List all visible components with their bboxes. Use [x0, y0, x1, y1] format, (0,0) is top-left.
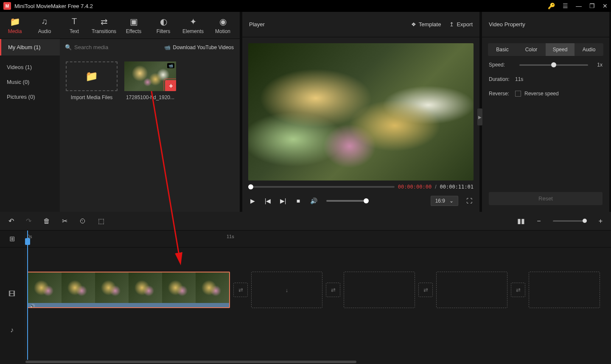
volume-slider[interactable] — [326, 200, 369, 202]
tab-effects[interactable]: ▣Effects — [119, 12, 149, 39]
library-panel: 📁Media ♫Audio TText ⇄Transitions ▣Effect… — [0, 12, 240, 212]
timeline-ruler[interactable]: 0s 11s — [24, 231, 611, 247]
folder-icon: 📁 — [85, 70, 98, 82]
search-icon: 🔍 — [65, 44, 72, 50]
template-button[interactable]: ❖Template — [411, 21, 441, 28]
prev-frame-button[interactable]: |◀ — [263, 197, 272, 204]
filters-icon: ◐ — [160, 17, 167, 27]
export-button[interactable]: ↥Export — [449, 21, 473, 28]
volume-icon[interactable]: 🔊 — [309, 197, 318, 204]
video-track-icon: 🎞 — [0, 269, 24, 320]
library-sidebar: Videos (1) Music (0) Pictures (0) — [0, 56, 60, 212]
player-title: Player — [249, 21, 411, 28]
reverse-checkbox[interactable] — [515, 91, 521, 97]
duration-value: 11s — [515, 76, 523, 82]
property-panel: Video Property Basic Color Speed Audio S… — [482, 12, 609, 212]
tab-transitions[interactable]: ⇄Transitions — [89, 12, 119, 39]
sidebar-item-videos[interactable]: Videos (1) — [0, 60, 60, 75]
timeline-tracks[interactable]: 0s 11s 🔊 ⇄ ↓ ⇄ ⇄ ⇄ — [24, 231, 611, 360]
effects-icon: ▣ — [130, 17, 138, 27]
tab-text[interactable]: TText — [59, 12, 89, 39]
elements-icon: ✦ — [190, 17, 197, 27]
panel-collapse-handle[interactable]: ▶ — [477, 108, 482, 125]
prop-tab-speed[interactable]: Speed — [546, 43, 575, 56]
video-badge-icon: 📹 — [167, 63, 174, 68]
reverse-check-label: Reverse speed — [524, 91, 559, 97]
download-youtube-button[interactable]: 📹 Download YouTube Videos — [158, 44, 240, 50]
prop-tab-audio[interactable]: Audio — [575, 43, 603, 56]
reset-button[interactable]: Reset — [489, 192, 603, 205]
text-icon: T — [72, 17, 77, 27]
undo-button[interactable]: ↶ — [8, 217, 14, 225]
empty-clip-slot[interactable] — [436, 272, 507, 308]
empty-clip-slot[interactable] — [344, 272, 415, 308]
tab-audio[interactable]: ♫Audio — [30, 12, 59, 39]
empty-clip-slot[interactable] — [529, 272, 600, 308]
timeline-scrollbar[interactable] — [0, 360, 611, 364]
motion-icon: ◉ — [219, 17, 227, 27]
tab-motion[interactable]: ◉Motion — [208, 12, 238, 39]
video-icon: 📹 — [164, 44, 171, 50]
sidebar-item-music[interactable]: Music (0) — [0, 75, 60, 89]
top-tabs: 📁Media ♫Audio TText ⇄Transitions ▣Effect… — [0, 12, 240, 39]
player-panel: Player ❖Template ↥Export 00:00:00:00 / 0… — [242, 12, 479, 212]
zoom-in-button[interactable]: + — [599, 217, 603, 225]
add-track-button[interactable]: ⊞ — [0, 231, 24, 247]
redo-button[interactable]: ↷ — [26, 217, 31, 225]
transition-slot[interactable]: ⇄ — [233, 283, 248, 297]
duration-label: Duration: — [489, 76, 515, 82]
tab-media[interactable]: 📁Media — [0, 12, 30, 39]
audio-track-icon: ♪ — [0, 320, 24, 341]
next-frame-button[interactable]: ▶| — [279, 197, 287, 204]
stop-button[interactable]: ■ — [294, 197, 303, 204]
delete-button[interactable]: 🗑 — [43, 217, 50, 225]
empty-clip-slot[interactable]: ↓ — [251, 272, 322, 308]
search-input[interactable] — [74, 44, 125, 50]
maximize-icon[interactable]: ❐ — [589, 3, 595, 9]
aspect-ratio-select[interactable]: 16:9⌄ — [431, 196, 458, 206]
prop-tab-color[interactable]: Color — [517, 43, 546, 56]
key-icon[interactable]: 🔑 — [548, 3, 555, 9]
media-thumbnail: 📹 + — [124, 61, 176, 91]
close-icon[interactable]: ✕ — [603, 3, 608, 9]
video-track[interactable]: 🔊 ⇄ ↓ ⇄ ⇄ ⇄ — [24, 269, 611, 311]
play-button[interactable]: ▶ — [248, 197, 257, 204]
zoom-slider[interactable] — [553, 220, 587, 222]
playhead[interactable] — [27, 231, 28, 360]
speed-slider[interactable] — [519, 64, 588, 66]
fullscreen-button[interactable]: ⛶ — [465, 197, 474, 204]
menu-icon[interactable]: ☰ — [563, 3, 568, 9]
import-media-button[interactable]: 📁 — [66, 61, 118, 91]
media-item[interactable]: 📹 + 17285100-hd_1920... — [124, 61, 176, 100]
titlebar: M MiniTool MovieMaker Free 7.4.2 🔑 ☰ — ❐… — [0, 0, 611, 12]
minimize-icon[interactable]: — — [576, 3, 582, 9]
upload-icon: ↥ — [449, 21, 454, 28]
ruler-mark: 11s — [227, 234, 234, 239]
music-icon: ♫ — [42, 17, 48, 27]
add-to-timeline-button[interactable]: + — [165, 80, 176, 91]
album-tab[interactable]: My Album (1) — [0, 39, 60, 56]
transition-slot[interactable]: ⇄ — [511, 283, 525, 297]
folder-icon: 📁 — [10, 17, 20, 27]
tab-filters[interactable]: ◐Filters — [149, 12, 178, 39]
preview-viewport — [248, 43, 474, 181]
app-icon: M — [3, 2, 11, 10]
media-label: 17285100-hd_1920... — [124, 94, 176, 100]
video-clip[interactable]: 🔊 — [27, 272, 230, 308]
tab-elements[interactable]: ✦Elements — [178, 12, 208, 39]
crop-button[interactable]: ⬚ — [98, 217, 104, 225]
prop-tab-basic[interactable]: Basic — [488, 43, 517, 56]
fit-button[interactable]: ▮▮ — [517, 217, 525, 225]
sidebar-item-pictures[interactable]: Pictures (0) — [0, 89, 60, 104]
property-title: Video Property — [482, 12, 609, 37]
current-time: 00:00:00:00 — [398, 184, 432, 190]
app-title: MiniTool MovieMaker Free 7.4.2 — [14, 3, 548, 9]
split-button[interactable]: ✂ — [62, 217, 67, 225]
reverse-label: Reverse: — [489, 91, 515, 97]
zoom-out-button[interactable]: − — [537, 217, 541, 225]
transition-icon: ⇄ — [101, 17, 108, 27]
transition-slot[interactable]: ⇄ — [418, 283, 433, 297]
transition-slot[interactable]: ⇄ — [326, 283, 340, 297]
speed-button[interactable]: ⏲ — [79, 217, 86, 225]
progress-bar[interactable] — [248, 186, 395, 188]
